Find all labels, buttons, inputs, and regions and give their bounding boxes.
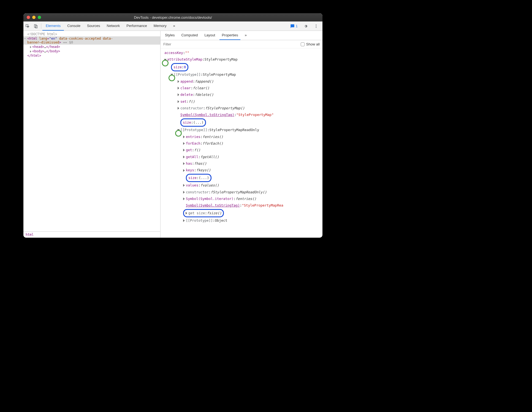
dom-html-selected[interactable]: <html lang="en" data-cookies-accepted da…: [23, 36, 160, 45]
chevron-right-icon[interactable]: [183, 135, 185, 138]
chevron-right-icon[interactable]: [183, 191, 185, 194]
properties-tree[interactable]: accessKey: "" attributeStyleMap: StylePr…: [161, 48, 322, 238]
elements-pane: <!DOCTYPE html> <html lang="en" data-coo…: [23, 31, 161, 238]
dom-head[interactable]: <head>…</head>: [23, 45, 160, 49]
tab-more[interactable]: »: [243, 31, 249, 40]
prop-delete[interactable]: delete: f delete(): [163, 91, 320, 98]
window-title: DevTools - developer.chrome.com/docs/dev…: [23, 15, 322, 20]
tab-network[interactable]: Network: [104, 21, 123, 31]
chevron-right-icon[interactable]: [178, 87, 179, 90]
prop-attributestylemap[interactable]: attributeStyleMap: StylePropertyMap: [163, 56, 320, 63]
prop-size-ell-2[interactable]: size: (...): [163, 174, 320, 182]
issues-count: 1: [296, 24, 298, 28]
tab-properties[interactable]: Properties: [219, 31, 240, 40]
prop-symiter[interactable]: Symbol(Symbol.iterator): f entries(): [163, 196, 320, 202]
show-all-toggle[interactable]: Show all: [301, 42, 320, 46]
prop-values[interactable]: values: f values(): [163, 182, 320, 189]
expand-icon[interactable]: [30, 50, 31, 53]
chevron-right-icon[interactable]: [178, 93, 179, 96]
chevron-right-icon[interactable]: [183, 149, 185, 151]
dom-doctype[interactable]: <!DOCTYPE html>: [23, 32, 160, 36]
main-tabs: Elements Console Sources Network Perform…: [42, 21, 178, 31]
chevron-right-icon[interactable]: [178, 100, 179, 103]
sidebar-pane: Styles Computed Layout Properties » Show…: [161, 31, 322, 238]
chevron-right-icon[interactable]: [178, 80, 179, 83]
expand-icon[interactable]: [30, 46, 31, 48]
filter-input[interactable]: [163, 42, 298, 46]
prop-get-size[interactable]: get size: f size(): [163, 209, 320, 217]
main-toolbar: Elements Console Sources Network Perform…: [23, 21, 322, 31]
prop-set[interactable]: set: f (): [163, 98, 320, 105]
prop-foreach[interactable]: forEach: f forEach(): [163, 140, 320, 147]
content: <!DOCTYPE html> <html lang="en" data-coo…: [23, 31, 322, 238]
filter-bar: Show all: [161, 40, 322, 48]
prop-prototype-2[interactable]: [[Prototype]]: StylePropertyMapReadOnly: [163, 127, 320, 133]
prop-clear[interactable]: clear: f clear(): [163, 85, 320, 91]
svg-point-3: [316, 25, 317, 25]
dom-html-close[interactable]: </html>: [23, 53, 160, 58]
prop-entries[interactable]: entries: f entries(): [163, 134, 320, 140]
prop-symtag-2[interactable]: Symbol(Symbol.toStringTag): "StyleProper…: [163, 202, 320, 209]
tab-performance[interactable]: Performance: [123, 21, 150, 31]
chevron-right-icon[interactable]: [183, 162, 185, 165]
tab-elements[interactable]: Elements: [42, 21, 64, 31]
issues-badge[interactable]: 1: [289, 23, 299, 29]
svg-point-5: [316, 27, 317, 28]
chevron-down-icon[interactable]: [170, 74, 173, 75]
prop-has[interactable]: has: f has(): [163, 160, 320, 167]
inspect-icon[interactable]: [23, 24, 32, 28]
prop-constructor-2[interactable]: constructor: f StylePropertyMapReadOnly(…: [163, 189, 320, 196]
device-toggle-icon[interactable]: [32, 24, 40, 28]
chevron-right-icon[interactable]: [183, 156, 185, 158]
issue-icon: [290, 24, 295, 28]
prop-prototype-1[interactable]: [[Prototype]]: StylePropertyMap: [163, 71, 320, 78]
toolbar-right: 1: [289, 23, 322, 29]
prop-accesskey[interactable]: accessKey: "": [163, 50, 320, 56]
prop-size-ell-1[interactable]: size: (...): [163, 118, 320, 127]
prop-keys[interactable]: keys: f keys(): [163, 167, 320, 174]
svg-point-4: [316, 26, 317, 26]
titlebar[interactable]: DevTools - developer.chrome.com/docs/dev…: [23, 13, 322, 21]
chevron-right-icon[interactable]: [183, 169, 185, 172]
tab-layout[interactable]: Layout: [202, 31, 217, 40]
show-all-label: Show all: [306, 42, 320, 46]
devtools-window: DevTools - developer.chrome.com/docs/dev…: [23, 13, 322, 238]
chevron-right-icon[interactable]: [183, 197, 185, 200]
prop-prototype-3[interactable]: [[Prototype]]: Object: [163, 217, 320, 224]
prop-symtag-1[interactable]: Symbol(Symbol.toStringTag): "StyleProper…: [163, 112, 320, 118]
chevron-down-icon[interactable]: [177, 129, 180, 131]
chevron-right-icon[interactable]: [183, 142, 185, 145]
dom-body[interactable]: <body>…</body>: [23, 49, 160, 53]
breadcrumb[interactable]: html: [23, 231, 160, 238]
checkbox-icon[interactable]: [301, 42, 305, 46]
tab-console[interactable]: Console: [64, 21, 84, 31]
prop-append[interactable]: append: f append(): [163, 78, 320, 85]
chevron-right-icon[interactable]: [178, 107, 179, 110]
prop-size-0[interactable]: size: 0: [163, 63, 320, 71]
chevron-right-icon[interactable]: [186, 212, 187, 215]
dom-tree[interactable]: <!DOCTYPE html> <html lang="en" data-coo…: [23, 31, 160, 231]
gear-icon[interactable]: [302, 24, 310, 28]
kebab-icon[interactable]: [312, 24, 320, 28]
prop-getall[interactable]: getAll: f getAll(): [163, 154, 320, 160]
tab-memory[interactable]: Memory: [150, 21, 170, 31]
tab-more[interactable]: »: [170, 21, 178, 31]
tab-computed[interactable]: Computed: [179, 31, 200, 40]
chevron-right-icon[interactable]: [183, 184, 185, 187]
chevron-down-icon[interactable]: [164, 59, 167, 61]
chevron-right-icon[interactable]: [183, 219, 185, 222]
separator: [41, 23, 41, 29]
tab-sources[interactable]: Sources: [84, 21, 104, 31]
prop-get[interactable]: get: f (): [163, 147, 320, 153]
prop-constructor-1[interactable]: constructor: f StylePropertyMap(): [163, 105, 320, 112]
tab-styles[interactable]: Styles: [163, 31, 177, 40]
side-tabs: Styles Computed Layout Properties »: [161, 31, 322, 40]
